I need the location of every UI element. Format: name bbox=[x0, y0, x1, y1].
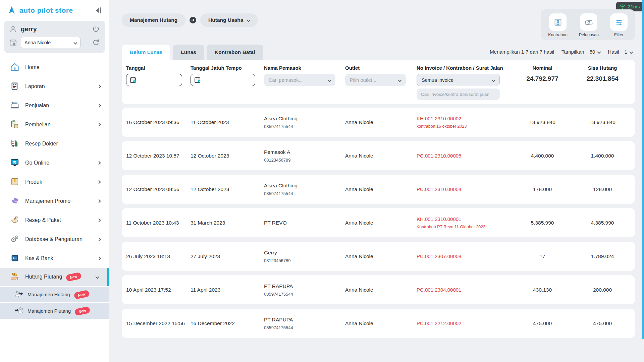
table-row[interactable]: 11 October 2023 10:43 31 March 2023 PT R… bbox=[122, 208, 635, 237]
sidebar-item-label: Resep & Paket bbox=[25, 217, 61, 223]
sidebar-item-penjualan[interactable]: Penjualan bbox=[0, 96, 109, 115]
row-invoice-link[interactable]: KH.001.2310.00002 bbox=[417, 116, 506, 121]
row-sisa-hutang: 1.789.024 bbox=[574, 253, 631, 259]
row-invoice-link[interactable]: PC.001.2310.00005 bbox=[417, 153, 506, 159]
calendar-icon bbox=[194, 76, 202, 84]
invoice-type-select[interactable]: Semua invoice bbox=[417, 74, 500, 86]
sidebar-item-database-pengaturan[interactable]: Database & Pengaturan bbox=[0, 230, 109, 249]
person-icon bbox=[9, 25, 17, 34]
report-icon bbox=[10, 81, 20, 92]
power-icon[interactable] bbox=[92, 25, 100, 34]
chevron-right-icon bbox=[97, 84, 101, 88]
jatuh-tempo-date-input[interactable] bbox=[191, 74, 255, 86]
table-row[interactable]: 10 April 2023 17:52 11 April 2023 PT RAP… bbox=[122, 275, 635, 304]
home-icon bbox=[10, 62, 20, 72]
table-row[interactable]: 26 July 2023 18:13 27 July 2023 Gerry 08… bbox=[122, 242, 635, 271]
row-outlet: Anna Nicole bbox=[345, 186, 417, 192]
tab-belum-lunas[interactable]: Belum Lunas bbox=[122, 45, 170, 60]
breadcrumb-hutang-usaha[interactable]: Hutang Usaha bbox=[200, 13, 258, 27]
row-tanggal: 10 April 2023 17:52 bbox=[126, 287, 191, 293]
table-row[interactable]: 15 December 2022 15:56 16 December 2022 … bbox=[122, 309, 635, 338]
chevron-down-icon bbox=[73, 41, 77, 44]
row-pemasok-phone: 085974175544 bbox=[264, 325, 340, 330]
row-sisa-hutang: 128.000 bbox=[574, 186, 631, 192]
row-nominal: 430.130 bbox=[511, 287, 574, 293]
sidebar-item-manajemen-promo[interactable]: % Manajemen Promo bbox=[0, 191, 109, 210]
sidebar-subitem-manajemen-hutang[interactable]: Manajemen Hutang New bbox=[0, 287, 109, 302]
sidebar-item-label: Database & Pengaturan bbox=[25, 236, 83, 242]
sidebar-item-label: Pembelian bbox=[25, 122, 51, 128]
row-invoice-link[interactable]: KH.001.2310.00001 bbox=[417, 216, 506, 222]
tanggal-date-input[interactable] bbox=[126, 74, 182, 86]
action-label: Filter bbox=[614, 33, 624, 37]
pemasok-select[interactable]: Cari pemasok... bbox=[264, 74, 335, 86]
kontrabon-button[interactable]: Kontrabon bbox=[548, 13, 568, 37]
breadcrumb-manajemen-hutang[interactable]: Manajemen Hutang bbox=[122, 13, 185, 27]
sidebar-item-laporan[interactable]: Laporan bbox=[0, 77, 109, 96]
tab-kontrabon-batal[interactable]: Kontrabon Batal bbox=[207, 45, 263, 60]
tab-lunas[interactable]: Lunas bbox=[173, 45, 204, 60]
chevron-right-icon bbox=[97, 180, 101, 184]
new-badge: New bbox=[73, 290, 90, 300]
sisa-hutang-total: 22.301.854 bbox=[574, 75, 631, 82]
sidebar-item-kas-bank[interactable]: Kas & Bank bbox=[0, 249, 109, 268]
prescription-icon bbox=[10, 139, 20, 149]
row-jatuh-tempo: 12 October 2023 bbox=[191, 186, 264, 192]
row-jatuh-tempo: 16 December 2022 bbox=[191, 320, 264, 326]
table-row[interactable]: 12 October 2023 08:56 12 October 2023 Al… bbox=[122, 175, 635, 204]
tab-label: Kontrabon Batal bbox=[215, 49, 255, 55]
arrow-circle-icon bbox=[189, 16, 197, 24]
sidebar-item-produk[interactable]: Produk bbox=[0, 172, 109, 191]
sidebar-item-home[interactable]: Home bbox=[0, 58, 109, 77]
row-tanggal: 15 December 2022 15:56 bbox=[126, 320, 191, 326]
breadcrumb: Manajemen Hutang Hutang Usaha bbox=[122, 13, 258, 27]
tampilkan-label: Tampilkan bbox=[561, 49, 584, 55]
row-sisa-hutang: 4.385.990 bbox=[574, 220, 631, 226]
page-size-select[interactable]: 50 bbox=[590, 49, 601, 55]
user-card: gerry Anna Nicole bbox=[4, 21, 105, 53]
row-sisa-hutang: 13.923.840 bbox=[574, 119, 631, 125]
table-row[interactable]: 12 October 2023 10:57 12 October 2023 Pe… bbox=[122, 141, 635, 170]
sidebar-subitem-manajemen-piutang[interactable]: Manajemen Piutang New bbox=[0, 303, 109, 319]
breadcrumb-label: Manajemen Hutang bbox=[130, 17, 177, 23]
results-meta: Menampilkan 1-7 dari 7 hasil Tampilkan 5… bbox=[490, 49, 633, 55]
page-select[interactable]: 1 bbox=[625, 49, 633, 55]
sidebar-item-go-online[interactable]: Go Online bbox=[0, 153, 109, 172]
filter-button[interactable]: Filter bbox=[610, 13, 628, 37]
sidebar-item-pembelian[interactable]: Pembelian bbox=[0, 115, 109, 134]
chevron-down-icon bbox=[95, 275, 99, 279]
chevron-down-icon bbox=[629, 50, 633, 54]
hasil-label: Hasil bbox=[608, 49, 619, 55]
invoice-search-input[interactable] bbox=[417, 88, 500, 100]
row-pemasok-phone: 085974175544 bbox=[264, 124, 340, 129]
vertical-scrollbar[interactable] bbox=[642, 0, 644, 339]
row-outlet: Anna Nicole bbox=[345, 320, 417, 326]
table-row[interactable]: 16 October 2023 09:36 11 October 2023 Al… bbox=[122, 108, 635, 137]
pemasok-select-placeholder: Cari pemasok... bbox=[269, 77, 303, 83]
main-content: Manajemen Hutang Hutang Usaha 21ms Kontr… bbox=[109, 0, 644, 362]
refresh-icon[interactable] bbox=[92, 38, 100, 47]
sidebar-item-resep-dokter[interactable]: Resep Dokter bbox=[0, 134, 109, 153]
collapse-sidebar-icon[interactable] bbox=[93, 5, 103, 15]
page-value: 1 bbox=[625, 49, 627, 55]
outlet-select[interactable]: Anna Nicole bbox=[21, 37, 80, 48]
row-tanggal: 12 October 2023 10:57 bbox=[126, 153, 191, 159]
pelunasan-button[interactable]: Pelunasan bbox=[579, 13, 599, 37]
app-logo-text: auto pilot store bbox=[19, 6, 73, 14]
row-invoice-link[interactable]: PC.001.2310.00004 bbox=[417, 186, 506, 192]
outlet-filter-select[interactable]: Pilih outlet... bbox=[345, 74, 406, 86]
invoice-rows: 16 October 2023 09:36 11 October 2023 Al… bbox=[122, 108, 635, 342]
svg-text:%: % bbox=[14, 199, 17, 203]
tab-label: Lunas bbox=[181, 49, 196, 55]
outlet-select-placeholder: Pilih outlet... bbox=[350, 77, 376, 83]
row-invoice-link[interactable]: PC.001.2304.00001 bbox=[417, 287, 506, 293]
row-invoice-link[interactable]: PC.001.2212.00002 bbox=[417, 320, 506, 326]
sidebar-item-resep-paket[interactable]: Resep & Paket bbox=[0, 210, 109, 230]
chevron-down-icon bbox=[327, 78, 331, 82]
row-outlet: Anna Nicole bbox=[345, 253, 417, 259]
row-invoice-link[interactable]: PC.001.2307.00008 bbox=[417, 253, 506, 259]
sidebar-item-hutang-piutang[interactable]: Hutang Piutang New bbox=[0, 268, 109, 286]
chevron-down-icon bbox=[247, 18, 251, 22]
sidebar: auto pilot store gerry Anna Nicole bbox=[0, 0, 109, 362]
chevron-right-icon bbox=[97, 104, 101, 107]
